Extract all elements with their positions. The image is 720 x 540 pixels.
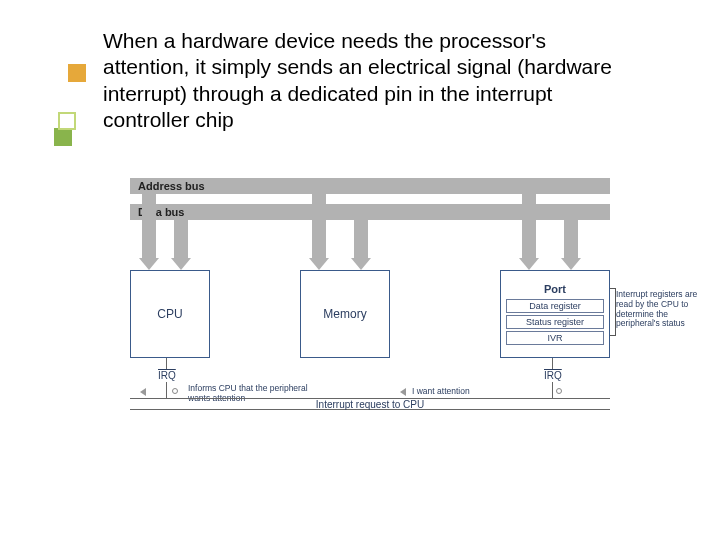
arrow-left-icon bbox=[400, 388, 406, 396]
data-bus bbox=[130, 204, 610, 220]
irq-pin bbox=[552, 382, 553, 398]
irq-bus: Interrupt request to CPU bbox=[130, 398, 610, 410]
connection-dot-icon bbox=[172, 388, 178, 394]
bus-drop bbox=[174, 220, 188, 260]
arrowhead-icon bbox=[309, 258, 329, 270]
arrow-left-icon bbox=[140, 388, 146, 396]
arrowhead-icon bbox=[171, 258, 191, 270]
arrowhead-icon bbox=[139, 258, 159, 270]
irq-label-port: IRQ bbox=[544, 370, 562, 381]
bullet-hollow bbox=[58, 112, 76, 130]
bus-drop bbox=[312, 194, 326, 260]
arrowhead-icon bbox=[351, 258, 371, 270]
bus-drop bbox=[522, 194, 536, 260]
arrowhead-icon bbox=[561, 258, 581, 270]
bullet-orange bbox=[68, 64, 86, 82]
bullet-green bbox=[54, 128, 72, 146]
port-title: Port bbox=[544, 283, 566, 295]
cpu-block: CPU bbox=[130, 270, 210, 358]
irq-pin bbox=[552, 358, 553, 370]
connection-dot-icon bbox=[556, 388, 562, 394]
irq-pin bbox=[166, 382, 167, 398]
address-bus-label: Address bus bbox=[138, 180, 205, 192]
bus-drop bbox=[142, 194, 156, 260]
cpu-label: CPU bbox=[157, 307, 182, 321]
irq-bus-label: Interrupt request to CPU bbox=[316, 399, 424, 410]
irq-label-cpu: IRQ bbox=[158, 370, 176, 381]
arrowhead-icon bbox=[519, 258, 539, 270]
memory-label: Memory bbox=[323, 307, 366, 321]
interrupt-diagram: Address bus Data bus CPU Memory Port Dat… bbox=[100, 170, 660, 450]
status-register: Status register bbox=[506, 315, 603, 329]
side-note: Interrupt registers are read by the CPU … bbox=[616, 290, 706, 329]
memory-block: Memory bbox=[300, 270, 390, 358]
note-want: I want attention bbox=[412, 387, 470, 397]
bus-drop bbox=[354, 220, 368, 260]
slide-title: When a hardware device needs the process… bbox=[103, 28, 623, 133]
port-block: Port Data register Status register IVR bbox=[500, 270, 610, 358]
data-register: Data register bbox=[506, 299, 603, 313]
bus-drop bbox=[564, 220, 578, 260]
ivr-register: IVR bbox=[506, 331, 603, 345]
irq-pin bbox=[166, 358, 167, 370]
